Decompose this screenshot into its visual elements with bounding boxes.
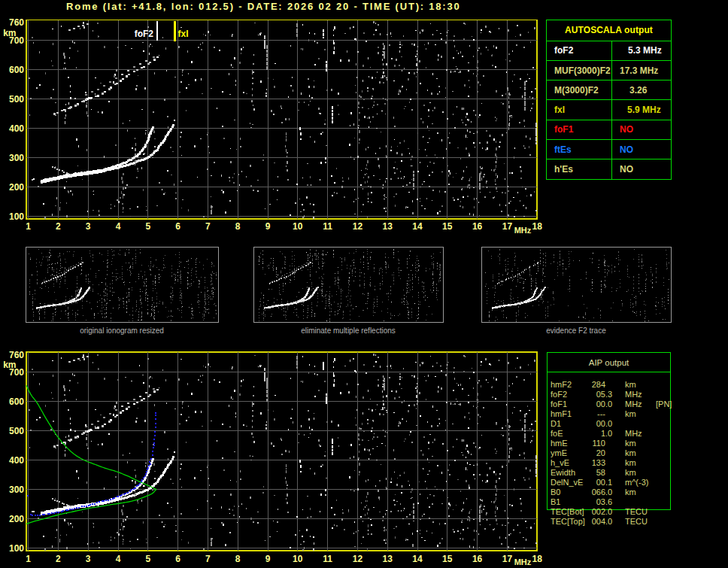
svg-text:fxI: fxI <box>178 29 189 39</box>
svg-text:evidence F2 trace: evidence F2 trace <box>546 327 606 335</box>
svg-text:original ionogram resized: original ionogram resized <box>80 327 164 335</box>
svg-text:eliminate multiple reflections: eliminate multiple reflections <box>301 327 396 335</box>
svg-text:foF2: foF2 <box>135 29 154 39</box>
